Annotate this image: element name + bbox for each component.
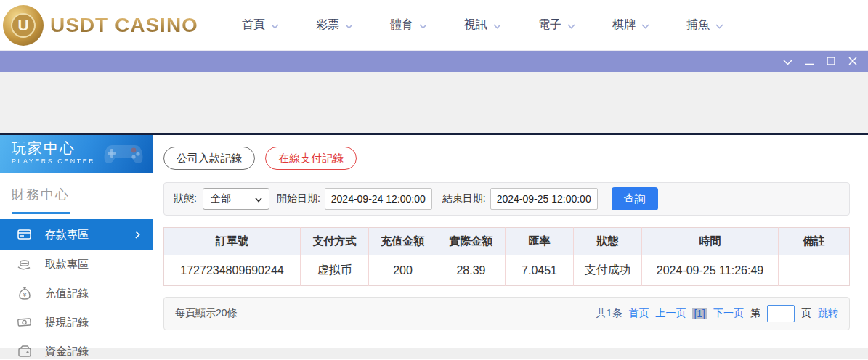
nav-item-fishing[interactable]: 捕魚 — [686, 17, 723, 33]
col-remark: 備註 — [779, 228, 850, 255]
jump-prefix-label: 第 — [750, 307, 760, 320]
total-count: 共1条 — [596, 307, 622, 320]
col-order-number: 訂單號 — [164, 228, 301, 255]
nav-label: 電子 — [538, 17, 561, 33]
page-size-text: 每頁顯示20條 — [175, 307, 238, 320]
start-date-label: 開始日期: — [277, 192, 320, 205]
nav-item-live[interactable]: 視訊 — [464, 17, 501, 33]
sidebar-item-fund-records[interactable]: 資金記錄 — [0, 337, 153, 360]
status-select-value: 全部 — [211, 192, 231, 205]
nav-item-lottery[interactable]: 彩票 — [316, 17, 353, 33]
prev-page-link[interactable]: 上一页 — [655, 307, 686, 320]
nav-label: 彩票 — [316, 17, 339, 33]
section-title-text: 財務中心 — [12, 187, 70, 202]
hand-coin-icon — [17, 258, 31, 270]
close-icon — [848, 55, 857, 68]
nav-item-cards[interactable]: 棋牌 — [612, 17, 649, 33]
minimize-button[interactable] — [798, 51, 820, 72]
nav-item-sports[interactable]: 體育 — [390, 17, 427, 33]
first-page-link[interactable]: 首页 — [628, 307, 649, 320]
chevron-down-icon — [783, 55, 792, 68]
section-title: 財務中心 — [12, 186, 141, 213]
main-area: 玩家中心 PLAYERS CENTER 財務中心 — [0, 135, 868, 348]
nav-label: 捕魚 — [686, 17, 710, 33]
sidebar-item-deposit-area[interactable]: 存款專區 — [0, 219, 153, 250]
nav-label: 棋牌 — [612, 17, 636, 33]
chevron-down-icon — [641, 19, 649, 32]
card-machine-icon — [17, 229, 31, 240]
pagination-bar: 每頁顯示20條 共1条 首页 上一页 [1] 下一页 第 页 跳转 — [163, 297, 850, 330]
main-menu: 首頁 彩票 體育 視訊 電子 棋牌 捕魚 — [242, 17, 723, 33]
nav-item-home[interactable]: 首頁 — [242, 17, 279, 33]
page-jump-input[interactable] — [767, 305, 795, 322]
col-recharge-amount: 充值金額 — [369, 228, 437, 255]
table-row: 1727234809690244 虚拟币 200 28.39 7.0451 支付… — [164, 255, 850, 286]
logo-letter: U — [11, 13, 36, 38]
cell-remark — [779, 255, 850, 286]
records-table-wrap: 訂單號 支付方式 充值金額 實際金額 匯率 狀態 時間 備註 172723480… — [163, 227, 850, 286]
finance-section: 財務中心 — [0, 173, 153, 213]
sidebar-item-withdraw-area[interactable]: 取款專區 — [0, 250, 153, 279]
nav-label: 體育 — [390, 17, 413, 33]
minimize-icon — [805, 55, 814, 68]
maximize-icon — [827, 55, 835, 68]
chevron-down-icon — [419, 19, 427, 32]
col-exchange-rate: 匯率 — [506, 228, 574, 255]
cell-recharge-amount: 200 — [369, 255, 437, 286]
banknote-icon — [17, 317, 31, 327]
collapse-button[interactable] — [776, 51, 798, 72]
nav-label: 首頁 — [242, 17, 265, 33]
chevron-down-icon — [345, 19, 353, 32]
chevron-down-icon — [567, 19, 575, 32]
sidebar-item-withdrawal-records[interactable]: 提現記錄 — [0, 308, 153, 337]
col-actual-amount: 實際金額 — [437, 228, 506, 255]
cell-order-number: 1727234809690244 — [164, 255, 301, 286]
nav-label: 視訊 — [464, 17, 487, 33]
maximize-button[interactable] — [820, 51, 842, 72]
current-page-indicator[interactable]: [1] — [692, 308, 707, 319]
filter-bar: 狀態: 全部 開始日期: 結束日期: 查詢 — [163, 182, 850, 216]
cell-actual-amount: 28.39 — [437, 255, 506, 286]
end-date-input[interactable] — [490, 188, 598, 210]
sidebar-menu: 存款專區 取款專區 ¥ 充值記錄 提現 — [0, 219, 153, 360]
sidebar-item-label: 取款專區 — [45, 258, 89, 271]
cell-status: 支付成功 — [574, 255, 642, 286]
jump-button[interactable]: 跳转 — [818, 307, 838, 320]
sidebar-item-label: 資金記錄 — [45, 345, 89, 359]
col-time: 時間 — [642, 228, 779, 255]
money-bag-icon: ¥ — [17, 287, 31, 300]
status-select[interactable]: 全部 — [203, 188, 269, 210]
player-center-sidebar: 玩家中心 PLAYERS CENTER 財務中心 — [0, 135, 153, 348]
sidebar-item-label: 充值記錄 — [45, 287, 89, 300]
nav-item-slots[interactable]: 電子 — [538, 17, 575, 33]
cell-payment-method: 虚拟币 — [301, 255, 369, 286]
close-button[interactable] — [842, 51, 864, 72]
end-date-label: 結束日期: — [442, 192, 486, 205]
record-tabs: 公司入款記錄 在線支付記錄 — [163, 147, 850, 170]
cell-exchange-rate: 7.0451 — [506, 255, 574, 286]
col-status: 狀態 — [574, 228, 642, 255]
top-navigation-bar: U USDT CASINO 首頁 彩票 體育 視訊 電子 棋牌 捕魚 — [0, 0, 868, 51]
pagination-controls: 共1条 首页 上一页 [1] 下一页 第 页 跳转 — [596, 305, 838, 322]
sidebar-item-recharge-records[interactable]: ¥ 充值記錄 — [0, 279, 153, 308]
logo-wordmark: USDT CASINO — [50, 14, 198, 37]
start-date-input[interactable] — [325, 188, 432, 210]
page-spacer — [0, 72, 868, 133]
col-payment-method: 支付方式 — [301, 228, 369, 255]
next-page-link[interactable]: 下一页 — [713, 307, 744, 320]
sidebar-header: 玩家中心 PLAYERS CENTER — [0, 135, 153, 173]
purse-icon — [17, 345, 31, 357]
tab-company-deposit-records[interactable]: 公司入款記錄 — [163, 147, 255, 170]
chevron-down-icon — [255, 193, 262, 205]
gamepad-icon — [103, 139, 145, 171]
window-title-bar — [0, 51, 868, 72]
search-button[interactable]: 查詢 — [612, 187, 658, 210]
chevron-down-icon — [715, 19, 723, 32]
content-panel: 公司入款記錄 在線支付記錄 狀態: 全部 開始日期: 結束日期: 查詢 — [153, 135, 861, 348]
sidebar-item-label: 提現記錄 — [45, 316, 89, 330]
tab-online-payment-records[interactable]: 在線支付記錄 — [265, 147, 357, 170]
site-logo[interactable]: U USDT CASINO — [3, 5, 198, 46]
chevron-down-icon — [493, 19, 501, 32]
records-table: 訂單號 支付方式 充值金額 實際金額 匯率 狀態 時間 備註 172723480… — [163, 227, 850, 286]
chevron-down-icon — [271, 19, 279, 32]
